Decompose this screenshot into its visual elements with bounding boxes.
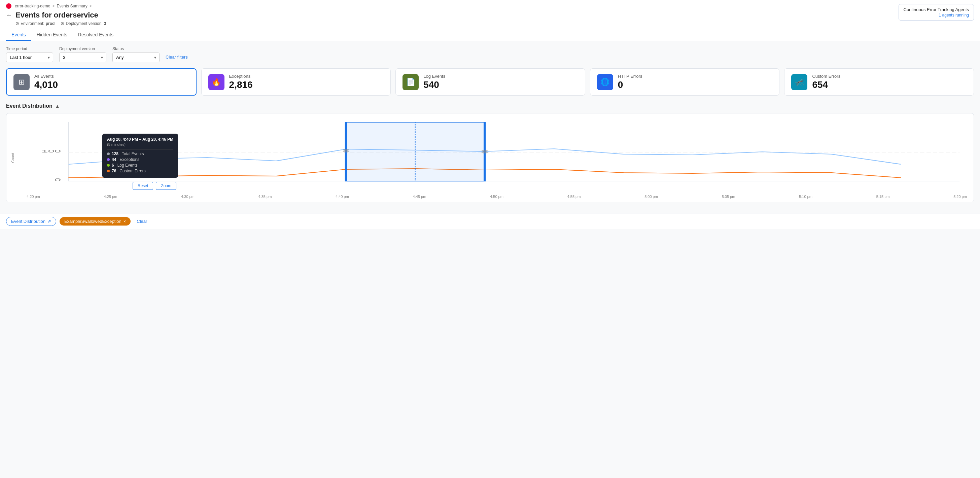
x-label-1: 4:25 pm — [104, 194, 118, 199]
time-period-select[interactable]: Last 1 hour Last 6 hours Last 24 hours L… — [6, 53, 53, 62]
breadcrumb-section[interactable]: Events Summary — [57, 4, 87, 8]
deployment-select[interactable]: 3 2 1 — [59, 53, 107, 62]
meta-row: ⊙ Environment: prod ⊙ Deployment version… — [16, 21, 974, 26]
deployment-meta: ⊙ Deployment version: 3 — [60, 21, 106, 26]
continuous-badge-agents[interactable]: 1 agents running — [904, 13, 969, 18]
tooltip-label-exceptions: Exceptions — [119, 157, 139, 162]
x-label-3: 4:35 pm — [258, 194, 272, 199]
exception-tag-label: ExampleSwallowedException — [64, 219, 121, 224]
tab-hidden-events[interactable]: Hidden Events — [31, 29, 73, 41]
stat-card-exceptions[interactable]: 🔥 Exceptions 2,816 — [201, 69, 391, 96]
status-label: Status — [112, 46, 159, 51]
http-errors-name: HTTP Errors — [618, 74, 643, 79]
tooltip-val-total: 128 — [112, 151, 118, 156]
chart-buttons: Reset Zoom — [133, 182, 177, 190]
exceptions-info: Exceptions 2,816 — [229, 74, 253, 90]
status-filter: Status Any Active Resolved — [112, 46, 159, 62]
breadcrumb-app[interactable]: error-tracking-demo — [15, 4, 50, 8]
exception-tag[interactable]: ExampleSwallowedException × — [60, 217, 130, 226]
tooltip-row-total: 128 Total Events — [107, 151, 173, 156]
stat-card-all-events[interactable]: ⊞ All Events 4,010 — [6, 69, 197, 96]
http-errors-value: 0 — [618, 80, 643, 90]
log-events-name: Log Events — [423, 74, 445, 79]
breadcrumb-sep2: > — [89, 4, 92, 8]
http-errors-info: HTTP Errors 0 — [618, 74, 643, 90]
svg-text:0: 0 — [54, 178, 61, 182]
deployment-select-wrapper: 3 2 1 — [59, 53, 107, 62]
page-title-row: ← Events for orderservice — [6, 11, 974, 19]
chart-tooltip: Aug 20, 4:40 PM – Aug 20, 4:46 PM (5 min… — [102, 134, 178, 178]
log-events-info: Log Events 540 — [423, 74, 445, 90]
environment-label: Environment: — [21, 21, 45, 26]
tooltip-row-log: 6 Log Events — [107, 163, 173, 167]
chevron-up-icon[interactable]: ▲ — [55, 104, 60, 109]
zoom-button[interactable]: Zoom — [156, 182, 177, 190]
custom-errors-value: 654 — [812, 80, 840, 90]
status-select[interactable]: Any Active Resolved — [112, 53, 159, 62]
top-bar: error-tracking-demo > Events Summary > ←… — [0, 0, 980, 41]
clear-button[interactable]: Clear — [134, 217, 150, 226]
section-header: Event Distribution ▲ — [6, 103, 974, 109]
tooltip-val-exceptions: 44 — [112, 157, 116, 162]
deployment-version-label: Deployment version — [59, 46, 107, 51]
tooltip-label-total: Total Events — [122, 151, 144, 156]
custom-errors-name: Custom Errors — [812, 74, 840, 79]
x-label-11: 5:15 pm — [877, 194, 890, 199]
svg-text:100: 100 — [41, 149, 61, 153]
tooltip-row-exceptions: 44 Exceptions — [107, 157, 173, 162]
deployment-icon: ⊙ — [60, 21, 64, 26]
y-axis-label: Count — [11, 153, 15, 163]
environment-icon: ⊙ — [16, 21, 19, 26]
breadcrumb: error-tracking-demo > Events Summary > — [6, 3, 974, 9]
log-events-icon: 📄 — [402, 74, 418, 90]
tab-resolved-events[interactable]: Resolved Events — [73, 29, 119, 41]
x-label-10: 5:10 pm — [799, 194, 812, 199]
x-label-8: 5:00 pm — [644, 194, 658, 199]
deployment-filter: Deployment version 3 2 1 — [59, 46, 107, 62]
svg-point-7 — [343, 150, 349, 153]
x-label-12: 5:20 pm — [953, 194, 967, 199]
time-period-select-wrapper: Last 1 hour Last 6 hours Last 24 hours L… — [6, 53, 53, 62]
time-period-filter: Time period Last 1 hour Last 6 hours Las… — [6, 46, 53, 62]
tooltip-label-custom: Custom Errors — [119, 169, 145, 174]
tooltip-subtitle: (5 minutes) — [107, 142, 173, 147]
event-distribution-tag[interactable]: Event Distribution ⇗ — [6, 217, 56, 226]
close-icon: × — [124, 219, 126, 224]
all-events-info: All Events 4,010 — [34, 74, 58, 90]
tab-events[interactable]: Events — [6, 29, 31, 41]
content: Time period Last 1 hour Last 6 hours Las… — [0, 41, 980, 213]
tooltip-dot-log — [107, 164, 110, 167]
breadcrumb-sep1: > — [52, 4, 54, 8]
event-distribution-tag-label: Event Distribution — [11, 219, 45, 224]
stat-card-custom-errors[interactable]: 🦟 Custom Errors 654 — [784, 69, 974, 96]
app-logo — [6, 3, 11, 9]
stat-card-log-events[interactable]: 📄 Log Events 540 — [395, 69, 585, 96]
log-events-value: 540 — [423, 80, 445, 90]
tooltip-val-custom: 78 — [112, 169, 116, 174]
time-period-label: Time period — [6, 46, 53, 51]
back-button[interactable]: ← — [6, 12, 12, 19]
tooltip-row-custom: 78 Custom Errors — [107, 169, 173, 174]
reset-button[interactable]: Reset — [133, 182, 153, 190]
tooltip-label-log: Log Events — [118, 163, 138, 167]
deployment-value: 3 — [104, 21, 107, 26]
continuous-badge: Continuous Error Tracking Agents 1 agent… — [899, 4, 974, 21]
stat-card-http-errors[interactable]: 🌐 HTTP Errors 0 — [590, 69, 780, 96]
http-errors-icon: 🌐 — [597, 74, 613, 90]
tooltip-dot-exceptions — [107, 158, 110, 161]
tooltip-title: Aug 20, 4:40 PM – Aug 20, 4:46 PM — [107, 137, 173, 142]
exceptions-name: Exceptions — [229, 74, 253, 79]
x-label-0: 4:20 pm — [27, 194, 40, 199]
continuous-badge-title: Continuous Error Tracking Agents — [904, 7, 969, 12]
all-events-name: All Events — [34, 74, 58, 79]
share-icon: ⇗ — [48, 219, 51, 224]
x-label-9: 5:05 pm — [722, 194, 735, 199]
stats-row: ⊞ All Events 4,010 🔥 Exceptions 2,816 📄 … — [6, 69, 974, 96]
x-label-2: 4:30 pm — [181, 194, 194, 199]
deployment-label: Deployment version: — [65, 21, 102, 26]
x-label-5: 4:45 pm — [413, 194, 426, 199]
clear-filters-button[interactable]: Clear filters — [165, 53, 188, 62]
tooltip-val-log: 6 — [112, 163, 114, 167]
exceptions-icon: 🔥 — [208, 74, 224, 90]
x-label-6: 4:50 pm — [490, 194, 503, 199]
